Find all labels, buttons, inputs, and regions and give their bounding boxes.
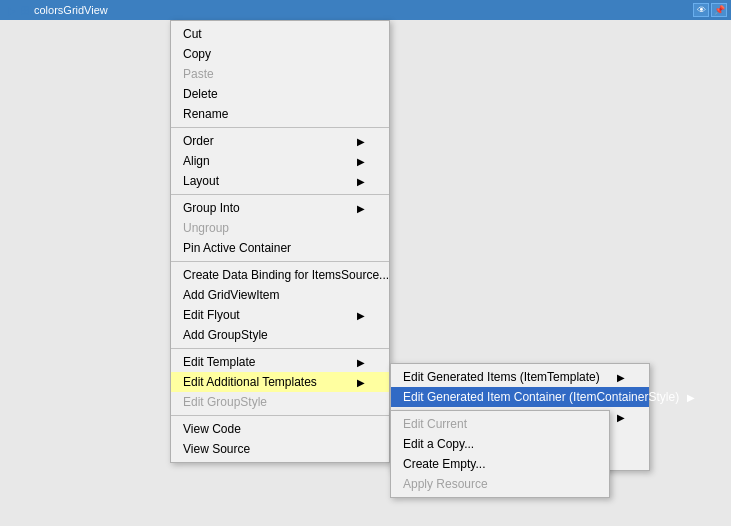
menu-item-pin-active[interactable]: Pin Active Container	[171, 238, 389, 258]
separator-1	[171, 127, 389, 128]
eye-icon[interactable]: 👁	[693, 3, 709, 17]
separator-3	[171, 261, 389, 262]
pin-icon[interactable]: 📌	[711, 3, 727, 17]
submenu-edit-a-copy[interactable]: Edit a Copy...	[391, 434, 609, 454]
menu-item-edit-template[interactable]: Edit Template▶	[171, 352, 389, 372]
title-bar-text: colorsGridView	[34, 4, 108, 16]
submenu-edit-current: Edit Current	[391, 414, 609, 434]
menu-item-rename[interactable]: Rename	[171, 104, 389, 124]
menu-item-view-source[interactable]: View Source	[171, 439, 389, 459]
title-bar: ▶ ⊞ colorsGridView 👁 📌	[0, 0, 731, 20]
context-menu: Cut Copy Paste Delete Rename Order▶ Alig…	[170, 20, 390, 463]
separator-4	[171, 348, 389, 349]
separator-2	[171, 194, 389, 195]
menu-item-add-groupstyle[interactable]: Add GroupStyle	[171, 325, 389, 345]
menu-item-view-code[interactable]: View Code	[171, 419, 389, 439]
menu-item-ungroup: Ungroup	[171, 218, 389, 238]
submenu-apply-resource: Apply Resource	[391, 474, 609, 494]
submenu-create-empty[interactable]: Create Empty...	[391, 454, 609, 474]
submenu-edit-generated-items[interactable]: Edit Generated Items (ItemTemplate)▶	[391, 367, 649, 387]
submenu-edit-generated-container[interactable]: Edit Generated Item Container (ItemConta…	[391, 387, 649, 407]
menu-item-cut[interactable]: Cut	[171, 24, 389, 44]
menu-item-copy[interactable]: Copy	[171, 44, 389, 64]
menu-item-create-binding[interactable]: Create Data Binding for ItemsSource...	[171, 265, 389, 285]
menu-item-delete[interactable]: Delete	[171, 84, 389, 104]
menu-item-align[interactable]: Align▶	[171, 151, 389, 171]
menu-item-group-into[interactable]: Group Into▶	[171, 198, 389, 218]
menu-item-layout[interactable]: Layout▶	[171, 171, 389, 191]
title-bar-icons: 👁 📌	[693, 3, 731, 17]
grid-icon: ⊞	[20, 3, 30, 17]
menu-item-edit-additional[interactable]: Edit Additional Templates▶	[171, 372, 389, 392]
menu-item-paste: Paste	[171, 64, 389, 84]
tree-arrow-icon: ▶	[8, 5, 16, 16]
submenu-copy: Edit Current Edit a Copy... Create Empty…	[390, 410, 610, 498]
separator-5	[171, 415, 389, 416]
menu-item-order[interactable]: Order▶	[171, 131, 389, 151]
menu-item-edit-flyout[interactable]: Edit Flyout▶	[171, 305, 389, 325]
menu-item-edit-groupstyle: Edit GroupStyle	[171, 392, 389, 412]
menu-item-add-gridviewitem[interactable]: Add GridViewItem	[171, 285, 389, 305]
